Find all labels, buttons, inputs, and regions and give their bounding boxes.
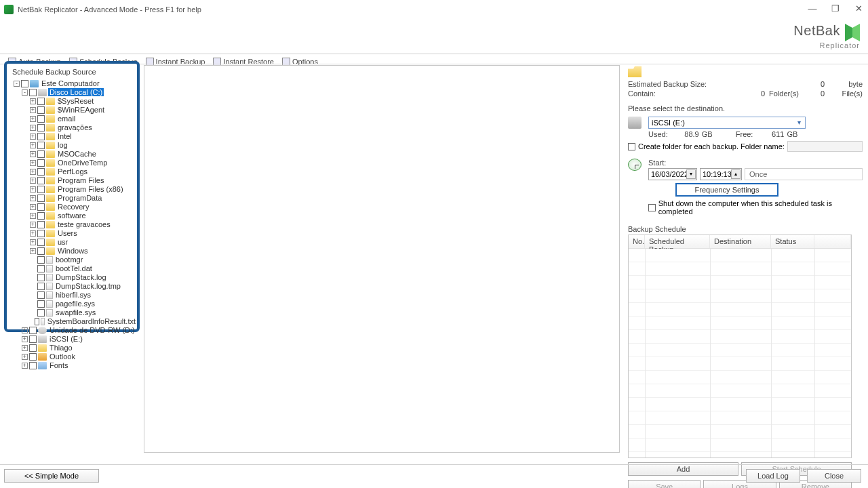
close-button[interactable]: Close — [807, 469, 861, 483]
collapse-icon[interactable]: - — [22, 89, 28, 96]
tree-row[interactable]: +teste gravacoes — [9, 220, 137, 229]
tree-checkbox[interactable] — [29, 344, 37, 352]
frequency-settings-button[interactable]: Frequency Settings — [675, 183, 778, 197]
expand-icon[interactable]: + — [30, 248, 36, 254]
tree-row[interactable]: +Recovery — [9, 202, 137, 211]
collapse-icon[interactable]: - — [14, 81, 20, 87]
tree-checkbox[interactable] — [37, 212, 45, 220]
tree-checkbox[interactable] — [37, 115, 45, 123]
expand-icon[interactable]: + — [22, 327, 28, 333]
tree-checkbox[interactable] — [37, 247, 45, 255]
tree-checkbox[interactable] — [29, 362, 37, 369]
expand-icon[interactable]: + — [22, 336, 28, 342]
tree-row[interactable]: DumpStack.log — [9, 272, 137, 282]
expand-icon[interactable]: + — [30, 230, 36, 237]
tree-checkbox[interactable] — [29, 89, 37, 96]
load-log-button[interactable]: Load Log — [746, 469, 800, 483]
tree-checkbox[interactable] — [29, 327, 37, 334]
expand-icon[interactable]: + — [30, 204, 36, 210]
expand-icon[interactable]: + — [30, 116, 36, 122]
source-tree[interactable]: -Este Computador-Disco Local (C:)+$SysRe… — [7, 79, 137, 369]
tree-row[interactable]: +Users — [9, 228, 137, 238]
tree-checkbox[interactable] — [37, 177, 45, 184]
tree-checkbox[interactable] — [37, 168, 45, 176]
expand-icon[interactable]: + — [30, 169, 36, 175]
tree-row[interactable]: +PerfLogs — [9, 167, 137, 176]
tree-row[interactable]: +log — [9, 140, 137, 150]
tree-row[interactable]: +Unidade de DVD-RW (D:) — [9, 325, 137, 335]
tree-row[interactable]: +Intel — [9, 131, 137, 141]
expand-icon[interactable]: + — [30, 98, 36, 104]
tree-checkbox[interactable] — [37, 186, 45, 193]
tree-checkbox[interactable] — [21, 80, 28, 87]
destination-select[interactable]: iSCSI (E:) ▾ — [648, 117, 806, 129]
expand-icon[interactable]: + — [30, 107, 36, 113]
tree-checkbox[interactable] — [37, 133, 45, 140]
minimize-icon[interactable]: — — [807, 3, 818, 14]
expand-icon[interactable]: + — [22, 354, 28, 360]
tree-row[interactable]: +usr — [9, 237, 137, 247]
calendar-icon[interactable]: ▾ — [686, 169, 696, 179]
tree-row[interactable]: +Outlook — [9, 352, 137, 361]
start-date-input[interactable]: 16/03/2022▾ — [648, 168, 697, 180]
expand-icon[interactable]: + — [30, 195, 36, 201]
tree-checkbox[interactable] — [37, 265, 45, 272]
tree-checkbox[interactable] — [37, 221, 45, 228]
tree-checkbox[interactable] — [37, 230, 45, 237]
tree-row[interactable]: +iSCSI (E:) — [9, 334, 137, 344]
tree-checkbox[interactable] — [37, 195, 45, 202]
expand-icon[interactable]: + — [22, 345, 28, 351]
expand-icon[interactable]: + — [30, 151, 36, 157]
tree-checkbox[interactable] — [37, 106, 45, 114]
tree-row[interactable]: +ProgramData — [9, 193, 137, 203]
tree-checkbox[interactable] — [37, 309, 45, 317]
tree-checkbox[interactable] — [29, 336, 37, 343]
spinner-icon[interactable]: ▴ — [731, 169, 741, 179]
tree-row[interactable]: hiberfil.sys — [9, 290, 137, 300]
expand-icon[interactable]: + — [30, 134, 36, 140]
tree-checkbox[interactable] — [37, 150, 45, 158]
tree-checkbox[interactable] — [37, 159, 45, 167]
tree-row[interactable]: +email — [9, 114, 137, 123]
backup-schedule-table[interactable]: No. Scheduled Backup Destination Status — [628, 235, 852, 458]
tree-row[interactable]: -Disco Local (C:) — [9, 87, 137, 97]
start-time-input[interactable]: 10:19:13▴ — [700, 168, 742, 180]
tree-row[interactable]: SystemBoardInfoResult.txt — [9, 317, 137, 326]
tree-checkbox[interactable] — [37, 239, 45, 246]
tree-row[interactable]: +Program Files (x86) — [9, 184, 137, 194]
tree-checkbox[interactable] — [37, 142, 45, 149]
tree-checkbox[interactable] — [37, 300, 45, 308]
simple-mode-button[interactable]: << Simple Mode — [4, 469, 99, 483]
tree-checkbox[interactable] — [37, 283, 45, 290]
tree-row[interactable]: +gravações — [9, 123, 137, 132]
save-button[interactable]: Save — [628, 480, 701, 488]
shutdown-checkbox[interactable] — [648, 204, 656, 211]
tree-row[interactable]: +OneDriveTemp — [9, 158, 137, 167]
close-icon[interactable]: ✕ — [853, 3, 864, 14]
tree-checkbox[interactable] — [37, 274, 45, 281]
tree-row[interactable]: +software — [9, 211, 137, 220]
tree-row[interactable]: DumpStack.log.tmp — [9, 281, 137, 291]
tree-checkbox[interactable] — [37, 291, 45, 299]
tree-row[interactable]: +MSOCache — [9, 149, 137, 159]
tree-row[interactable]: pagefile.sys — [9, 299, 137, 308]
tree-checkbox[interactable] — [37, 203, 45, 211]
tree-row[interactable]: bootTel.dat — [9, 264, 137, 273]
tree-checkbox[interactable] — [37, 256, 45, 264]
tree-row[interactable]: +Thiago — [9, 343, 137, 352]
create-folder-checkbox[interactable] — [628, 143, 635, 150]
tree-row[interactable]: +Program Files — [9, 176, 137, 185]
expand-icon[interactable]: + — [30, 186, 36, 192]
expand-icon[interactable]: + — [22, 363, 28, 369]
tree-checkbox[interactable] — [29, 353, 37, 361]
tree-checkbox[interactable] — [35, 318, 39, 325]
tree-checkbox[interactable] — [37, 98, 45, 105]
folder-name-input[interactable] — [787, 141, 863, 152]
tree-row[interactable]: -Este Computador — [9, 79, 137, 88]
expand-icon[interactable]: + — [30, 213, 36, 219]
tree-row[interactable]: swapfile.sys — [9, 308, 137, 317]
tree-row[interactable]: +Fonts — [9, 361, 137, 369]
expand-icon[interactable]: + — [30, 160, 36, 166]
expand-icon[interactable]: + — [30, 178, 36, 184]
tree-checkbox[interactable] — [37, 124, 45, 131]
